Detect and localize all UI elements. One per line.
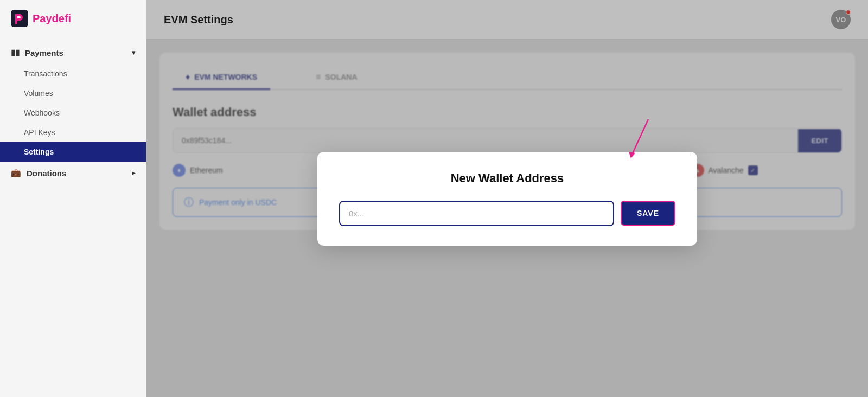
modal-input-row: SAVE <box>339 201 675 226</box>
payments-label: Payments <box>25 48 63 57</box>
sidebar-nav: ▮▮ Payments ▾ Transactions Volumes Webho… <box>0 37 146 397</box>
chevron-right-icon: ▸ <box>132 169 135 177</box>
content-area: ♦ EVM NETWORKS ≡ SOLANA Wallet address 0… <box>146 40 868 397</box>
paydefi-logo-icon <box>11 10 28 27</box>
main-content: EVM Settings VO ♦ EVM NETWORKS ≡ SOLANA … <box>146 0 868 397</box>
logo: Paydefi <box>0 0 146 37</box>
svg-line-1 <box>632 119 648 155</box>
sidebar-item-api-keys[interactable]: API Keys <box>0 123 146 142</box>
sidebar-item-settings[interactable]: Settings <box>0 142 146 162</box>
modal-overlay: New Wallet Address SAVE <box>146 40 868 397</box>
new-wallet-modal: New Wallet Address SAVE <box>317 152 697 246</box>
sidebar-item-volumes[interactable]: Volumes <box>0 84 146 103</box>
credit-card-icon: ▮▮ <box>11 48 20 57</box>
modal-save-button[interactable]: SAVE <box>621 201 675 226</box>
modal-title: New Wallet Address <box>339 171 675 185</box>
donations-label: Donations <box>27 169 66 178</box>
new-wallet-input[interactable] <box>339 201 614 226</box>
svg-marker-2 <box>629 152 635 158</box>
arrow-annotation <box>589 119 654 163</box>
sidebar-item-donations[interactable]: 💼 Donations ▸ <box>0 162 146 184</box>
sidebar-item-webhooks[interactable]: Webhooks <box>0 103 146 123</box>
sidebar-item-transactions[interactable]: Transactions <box>0 64 146 84</box>
sidebar: Paydefi ▮▮ Payments ▾ Transactions Volum… <box>0 0 146 397</box>
logo-text: Paydefi <box>33 12 71 25</box>
chevron-down-icon: ▾ <box>132 49 135 56</box>
sidebar-payments-group[interactable]: ▮▮ Payments ▾ <box>0 41 146 64</box>
donations-icon: 💼 <box>11 168 21 178</box>
